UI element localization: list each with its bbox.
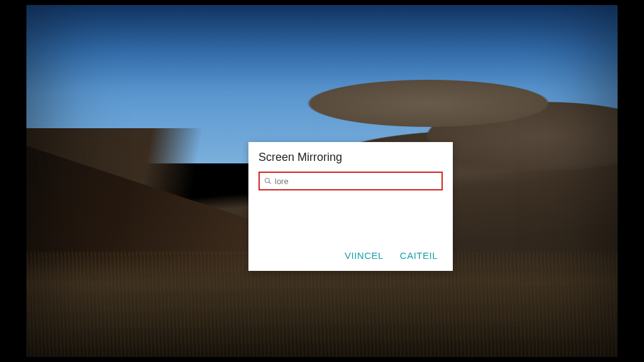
svg-line-1	[269, 182, 271, 184]
dialog-actions: VIINCEL CAITEIL	[258, 250, 443, 265]
dialog-body	[258, 190, 443, 250]
search-icon	[264, 177, 272, 185]
svg-point-0	[265, 178, 270, 183]
confirm-button[interactable]: CAITEIL	[400, 250, 438, 261]
search-field[interactable]	[258, 172, 443, 190]
dialog-title: Screen Mirroring	[258, 151, 443, 164]
screen: Screen Mirroring VIINCEL CAITEIL	[26, 5, 618, 357]
screen-mirroring-dialog: Screen Mirroring VIINCEL CAITEIL	[248, 142, 453, 271]
device-frame: Screen Mirroring VIINCEL CAITEIL	[6, 5, 638, 357]
cancel-button[interactable]: VIINCEL	[345, 250, 384, 261]
search-input[interactable]	[275, 177, 438, 186]
